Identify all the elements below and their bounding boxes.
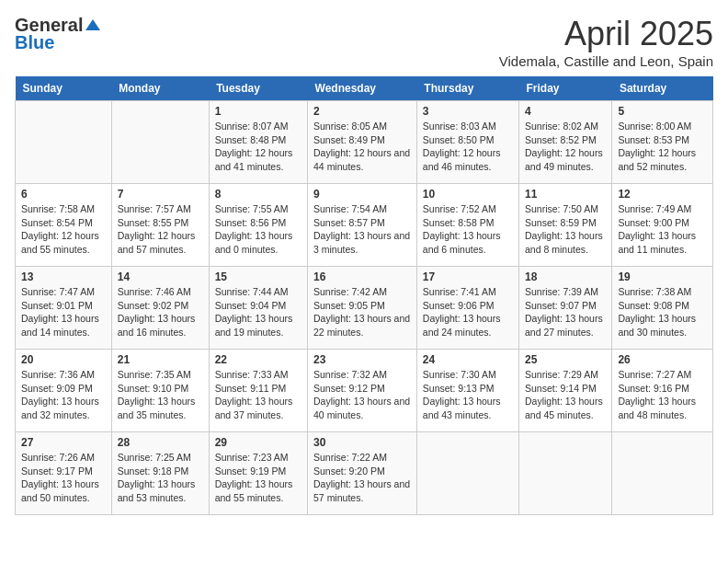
day-cell: 24Sunrise: 7:30 AMSunset: 9:13 PMDayligh… [416, 350, 518, 432]
calendar-title: April 2025 [499, 15, 713, 53]
day-info: Sunrise: 7:25 AMSunset: 9:18 PMDaylight:… [118, 451, 203, 505]
day-cell: 5Sunrise: 8:00 AMSunset: 8:53 PMDaylight… [612, 101, 713, 184]
column-header-sunday: Sunday [16, 76, 112, 101]
day-number: 13 [21, 270, 106, 283]
day-info: Sunrise: 7:57 AMSunset: 8:55 PMDaylight:… [118, 202, 203, 257]
day-cell: 22Sunrise: 7:33 AMSunset: 9:11 PMDayligh… [209, 350, 307, 432]
logo: General Blue [15, 15, 100, 53]
day-info: Sunrise: 8:07 AMSunset: 8:48 PMDaylight:… [215, 120, 301, 174]
day-cell: 19Sunrise: 7:38 AMSunset: 9:08 PMDayligh… [612, 267, 713, 350]
week-row-2: 6Sunrise: 7:58 AMSunset: 8:54 PMDaylight… [16, 184, 713, 267]
day-info: Sunrise: 7:22 AMSunset: 9:20 PMDaylight:… [313, 451, 411, 505]
day-number: 3 [423, 105, 513, 118]
day-cell [612, 432, 713, 515]
day-number: 8 [215, 188, 301, 201]
day-cell: 30Sunrise: 7:22 AMSunset: 9:20 PMDayligh… [308, 432, 417, 515]
calendar-subtitle: Videmala, Castille and Leon, Spain [499, 53, 713, 69]
day-number: 22 [215, 353, 301, 366]
day-number: 10 [423, 188, 513, 201]
day-cell: 29Sunrise: 7:23 AMSunset: 9:19 PMDayligh… [209, 432, 307, 515]
day-cell: 25Sunrise: 7:29 AMSunset: 9:14 PMDayligh… [519, 350, 612, 432]
day-info: Sunrise: 7:39 AMSunset: 9:07 PMDaylight:… [525, 285, 606, 339]
logo-triangle-icon [85, 19, 100, 30]
day-info: Sunrise: 7:27 AMSunset: 9:16 PMDaylight:… [618, 368, 707, 422]
day-number: 6 [21, 188, 106, 201]
day-info: Sunrise: 8:03 AMSunset: 8:50 PMDaylight:… [423, 120, 513, 174]
day-number: 14 [118, 270, 203, 283]
column-header-saturday: Saturday [612, 76, 713, 101]
day-number: 2 [313, 105, 411, 118]
day-number: 29 [215, 436, 301, 449]
day-cell: 10Sunrise: 7:52 AMSunset: 8:58 PMDayligh… [416, 184, 518, 267]
day-info: Sunrise: 7:49 AMSunset: 9:00 PMDaylight:… [618, 202, 707, 257]
day-number: 17 [423, 270, 513, 283]
day-cell: 7Sunrise: 7:57 AMSunset: 8:55 PMDaylight… [111, 184, 209, 267]
day-cell: 21Sunrise: 7:35 AMSunset: 9:10 PMDayligh… [111, 350, 209, 432]
day-info: Sunrise: 8:02 AMSunset: 8:52 PMDaylight:… [525, 120, 606, 174]
day-info: Sunrise: 7:35 AMSunset: 9:10 PMDaylight:… [118, 368, 203, 422]
day-cell: 17Sunrise: 7:41 AMSunset: 9:06 PMDayligh… [416, 267, 518, 350]
week-row-5: 27Sunrise: 7:26 AMSunset: 9:17 PMDayligh… [16, 432, 713, 515]
day-number: 30 [313, 436, 411, 449]
day-cell: 15Sunrise: 7:44 AMSunset: 9:04 PMDayligh… [209, 267, 307, 350]
day-info: Sunrise: 7:41 AMSunset: 9:06 PMDaylight:… [423, 285, 513, 339]
day-info: Sunrise: 7:50 AMSunset: 8:59 PMDaylight:… [525, 202, 606, 257]
column-header-wednesday: Wednesday [308, 76, 417, 101]
header-row: SundayMondayTuesdayWednesdayThursdayFrid… [16, 76, 713, 101]
title-area: April 2025 Videmala, Castille and Leon, … [499, 15, 713, 69]
day-number: 20 [21, 353, 106, 366]
calendar-table: SundayMondayTuesdayWednesdayThursdayFrid… [15, 76, 713, 515]
day-info: Sunrise: 7:58 AMSunset: 8:54 PMDaylight:… [21, 202, 106, 257]
day-info: Sunrise: 7:26 AMSunset: 9:17 PMDaylight:… [21, 451, 106, 505]
day-info: Sunrise: 7:29 AMSunset: 9:14 PMDaylight:… [525, 368, 606, 422]
day-cell: 28Sunrise: 7:25 AMSunset: 9:18 PMDayligh… [111, 432, 209, 515]
day-info: Sunrise: 7:36 AMSunset: 9:09 PMDaylight:… [21, 368, 106, 422]
day-number: 24 [423, 353, 513, 366]
day-cell: 23Sunrise: 7:32 AMSunset: 9:12 PMDayligh… [308, 350, 417, 432]
column-header-thursday: Thursday [416, 76, 518, 101]
day-info: Sunrise: 7:55 AMSunset: 8:56 PMDaylight:… [215, 202, 301, 257]
day-cell: 18Sunrise: 7:39 AMSunset: 9:07 PMDayligh… [519, 267, 612, 350]
day-info: Sunrise: 8:00 AMSunset: 8:53 PMDaylight:… [618, 120, 707, 174]
day-cell: 11Sunrise: 7:50 AMSunset: 8:59 PMDayligh… [519, 184, 612, 267]
day-number: 9 [313, 188, 411, 201]
day-cell: 20Sunrise: 7:36 AMSunset: 9:09 PMDayligh… [16, 350, 112, 432]
day-cell [416, 432, 518, 515]
week-row-3: 13Sunrise: 7:47 AMSunset: 9:01 PMDayligh… [16, 267, 713, 350]
day-info: Sunrise: 7:38 AMSunset: 9:08 PMDaylight:… [618, 285, 707, 339]
day-number: 25 [525, 353, 606, 366]
day-number: 15 [215, 270, 301, 283]
day-number: 11 [525, 188, 606, 201]
day-cell [16, 101, 112, 184]
logo-blue: Blue [15, 32, 54, 53]
day-number: 21 [118, 353, 203, 366]
day-number: 27 [21, 436, 106, 449]
day-info: Sunrise: 7:46 AMSunset: 9:02 PMDaylight:… [118, 285, 203, 339]
column-header-monday: Monday [111, 76, 209, 101]
day-info: Sunrise: 7:32 AMSunset: 9:12 PMDaylight:… [313, 368, 411, 422]
day-number: 19 [618, 270, 707, 283]
day-number: 28 [118, 436, 203, 449]
column-header-tuesday: Tuesday [209, 76, 307, 101]
day-cell: 27Sunrise: 7:26 AMSunset: 9:17 PMDayligh… [16, 432, 112, 515]
week-row-1: 1Sunrise: 8:07 AMSunset: 8:48 PMDaylight… [16, 101, 713, 184]
day-cell: 14Sunrise: 7:46 AMSunset: 9:02 PMDayligh… [111, 267, 209, 350]
day-number: 1 [215, 105, 301, 118]
day-number: 12 [618, 188, 707, 201]
day-cell: 26Sunrise: 7:27 AMSunset: 9:16 PMDayligh… [612, 350, 713, 432]
day-info: Sunrise: 8:05 AMSunset: 8:49 PMDaylight:… [313, 120, 411, 174]
day-cell: 16Sunrise: 7:42 AMSunset: 9:05 PMDayligh… [308, 267, 417, 350]
day-cell: 3Sunrise: 8:03 AMSunset: 8:50 PMDaylight… [416, 101, 518, 184]
day-cell: 4Sunrise: 8:02 AMSunset: 8:52 PMDaylight… [519, 101, 612, 184]
day-number: 23 [313, 353, 411, 366]
day-info: Sunrise: 7:42 AMSunset: 9:05 PMDaylight:… [313, 285, 411, 339]
day-info: Sunrise: 7:54 AMSunset: 8:57 PMDaylight:… [313, 202, 411, 257]
day-cell: 9Sunrise: 7:54 AMSunset: 8:57 PMDaylight… [308, 184, 417, 267]
day-info: Sunrise: 7:33 AMSunset: 9:11 PMDaylight:… [215, 368, 301, 422]
day-info: Sunrise: 7:30 AMSunset: 9:13 PMDaylight:… [423, 368, 513, 422]
day-cell: 12Sunrise: 7:49 AMSunset: 9:00 PMDayligh… [612, 184, 713, 267]
day-info: Sunrise: 7:44 AMSunset: 9:04 PMDaylight:… [215, 285, 301, 339]
day-number: 18 [525, 270, 606, 283]
day-cell: 13Sunrise: 7:47 AMSunset: 9:01 PMDayligh… [16, 267, 112, 350]
day-info: Sunrise: 7:23 AMSunset: 9:19 PMDaylight:… [215, 451, 301, 505]
